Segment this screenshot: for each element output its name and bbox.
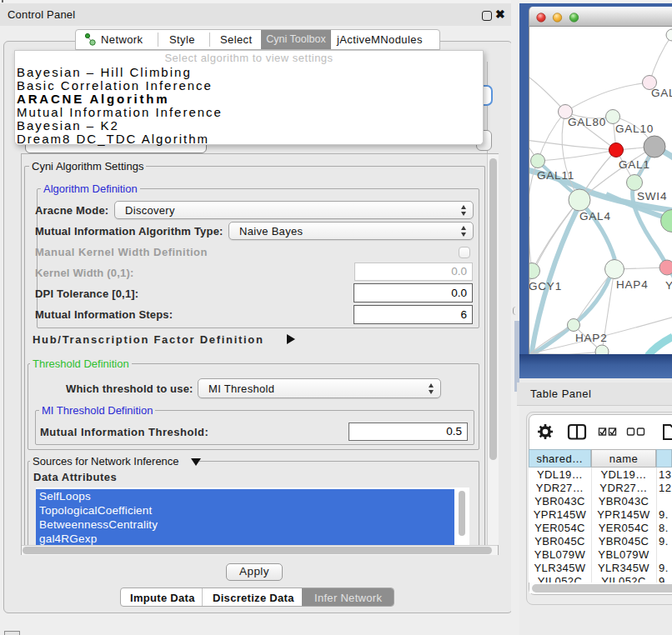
svg-text:Y: Y — [665, 279, 672, 292]
svg-text:GAL1: GAL1 — [619, 158, 650, 171]
svg-text:HAP4: HAP4 — [616, 278, 648, 291]
svg-text:GCY1: GCY1 — [529, 280, 562, 292]
svg-text:SWI4: SWI4 — [637, 190, 667, 202]
svg-text:GAL4: GAL4 — [579, 210, 611, 222]
svg-text:GAL10: GAL10 — [615, 122, 654, 135]
svg-text:GAL80: GAL80 — [568, 116, 606, 128]
svg-text:GAL11: GAL11 — [537, 169, 574, 182]
svg-text:HAP2: HAP2 — [575, 332, 607, 344]
svg-text:GAL: GAL — [651, 87, 672, 99]
